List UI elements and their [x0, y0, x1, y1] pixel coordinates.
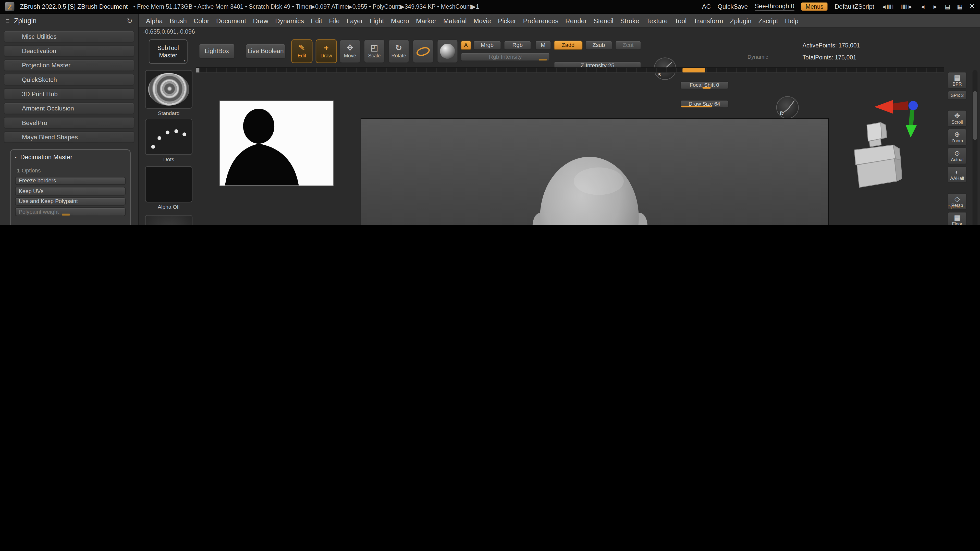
panel-icon[interactable]: ▦ — [957, 3, 963, 10]
menu-item[interactable]: Macro — [387, 14, 412, 27]
menu-item[interactable]: File — [326, 14, 343, 27]
menu-item[interactable]: Brush — [166, 14, 190, 27]
menu-item[interactable]: Alpha — [142, 14, 166, 27]
right-shelf-button[interactable]: ✥ Scroll — [948, 110, 967, 127]
right-shelf-label: Actual — [951, 157, 963, 162]
menu-item[interactable]: Material — [440, 14, 470, 27]
current-stroke-thumbnail[interactable] — [145, 119, 192, 155]
menu-item[interactable]: Document — [213, 14, 250, 27]
decimation-control[interactable]: 1-Options — [15, 166, 126, 175]
menu-item[interactable]: Light — [366, 14, 387, 27]
zplugin-item[interactable]: Projection Master — [4, 59, 135, 71]
menu-item[interactable]: Transform — [690, 14, 727, 27]
timeline-active-segment[interactable] — [682, 68, 705, 73]
cursor-coordinates: -0.635,0.691,-0.096 — [143, 28, 195, 35]
menus-toggle[interactable]: Menus — [801, 3, 828, 11]
zadd-toggle[interactable]: Zadd — [554, 41, 583, 50]
current-brush-thumbnail[interactable] — [145, 70, 192, 109]
rgb-toggle[interactable]: Rgb — [504, 41, 531, 50]
draw-button[interactable]: + Draw — [316, 39, 337, 63]
zscript-rewind-icon[interactable]: ◄‖‖‖ — [881, 3, 894, 10]
right-shelf-button[interactable]: ▤ BPR — [948, 72, 967, 89]
z-axis-dot — [908, 101, 918, 110]
menu-item[interactable]: Texture — [643, 14, 671, 27]
decimation-control[interactable]: Use and Keep Polypaint — [15, 197, 126, 206]
mrgb-toggle[interactable]: Mrgb — [473, 41, 501, 50]
lightbox-button[interactable]: LightBox — [199, 44, 235, 59]
menu-item[interactable]: Picker — [495, 14, 520, 27]
refresh-icon[interactable]: ↻ — [127, 17, 133, 25]
menu-item[interactable]: Dynamics — [272, 14, 307, 27]
menu-item[interactable]: Draw — [250, 14, 272, 27]
camera-orientation-gizmo[interactable] — [847, 94, 928, 197]
scale-button[interactable]: ◰ Scale — [364, 39, 385, 63]
stroke-type-button[interactable] — [412, 39, 434, 63]
right-shelf-button[interactable]: ⊙ Actual — [948, 148, 967, 164]
zplugin-item[interactable]: 3D Print Hub — [4, 88, 135, 100]
close-icon[interactable]: ✕ — [969, 3, 975, 11]
menu-item[interactable]: Color — [190, 14, 213, 27]
decimation-control[interactable]: Keep UVs — [15, 187, 126, 195]
menu-item[interactable]: Stroke — [617, 14, 643, 27]
prev-icon[interactable]: ◄ — [920, 3, 926, 10]
right-shelf-button[interactable]: ▦ Floor — [948, 212, 967, 225]
active-points-count: ActivePoints: 175,001 — [802, 42, 860, 49]
menu-item[interactable]: Preferences — [520, 14, 562, 27]
right-shelf-icon: ▦ — [954, 214, 960, 221]
menu-item[interactable]: Render — [562, 14, 590, 27]
m-toggle[interactable]: M — [535, 41, 551, 50]
right-shelf-icon: ✥ — [954, 112, 960, 119]
menu-item[interactable]: Stencil — [590, 14, 617, 27]
draw-label: Draw — [320, 53, 332, 59]
zsub-toggle[interactable]: Zsub — [585, 41, 612, 50]
menu-item[interactable]: Zplugin — [727, 14, 755, 27]
see-through-slider[interactable]: See-through 0 — [755, 3, 794, 11]
ac-button[interactable]: AC — [702, 3, 711, 10]
rgb-intensity-slider[interactable]: Rgb Intensity — [461, 52, 550, 61]
menu-item[interactable]: Edit — [307, 14, 326, 27]
zplugin-item[interactable]: Misc Utilities — [4, 30, 135, 43]
edit-button[interactable]: ✎ Edit — [291, 39, 312, 63]
stroke-name-label: Dots — [145, 156, 192, 162]
next-icon[interactable]: ► — [932, 3, 938, 10]
a-toggle[interactable]: A — [461, 41, 471, 50]
menu-item[interactable]: Help — [781, 14, 802, 27]
menu-item[interactable]: Movie — [470, 14, 495, 27]
right-shelf-label: BPR — [953, 81, 962, 87]
move-button[interactable]: ✥ Move — [339, 39, 361, 63]
panel-menu-icon[interactable]: ≡ — [6, 17, 10, 24]
zbrush-logo-icon[interactable]: Z — [5, 2, 14, 11]
right-shelf-button[interactable]: ⊕ Zoom — [948, 129, 967, 145]
document-viewport[interactable] — [361, 119, 828, 225]
zplugin-item[interactable]: BevelPro — [4, 117, 135, 129]
decimation-control[interactable]: Polypaint weight — [15, 207, 126, 216]
focal-shift-slider[interactable]: Focal Shift 0 — [680, 81, 729, 89]
print-icon[interactable]: ▤ — [945, 3, 950, 10]
decimation-control[interactable]: Freeze borders — [15, 176, 126, 185]
menu-item[interactable]: Layer — [343, 14, 366, 27]
subtool-master-button[interactable]: SubTool Master ▾ — [149, 39, 188, 64]
zplugin-item[interactable]: Deactivation — [4, 45, 135, 57]
right-scrollbar-thumb[interactable] — [973, 91, 977, 140]
zcut-toggle[interactable]: Zcut — [615, 41, 641, 50]
zscript-name[interactable]: DefaultZScript — [835, 3, 874, 10]
draw-size-slider[interactable]: Draw Size 64 — [680, 100, 729, 108]
current-texture-thumbnail[interactable] — [145, 215, 192, 225]
gradient-sphere-button[interactable] — [437, 39, 458, 63]
rotate-button[interactable]: ↻ Rotate — [388, 39, 409, 63]
depth-curve-widget[interactable]: D — [776, 96, 799, 119]
zplugin-item[interactable]: Ambient Occlusion — [4, 103, 135, 114]
zplugin-item[interactable]: QuickSketch — [4, 74, 135, 86]
document-timeline-strip[interactable] — [196, 67, 944, 73]
decimation-master-header[interactable]: ▪ Decimation Master — [15, 152, 126, 162]
menu-item[interactable]: Tool — [671, 14, 690, 27]
right-shelf-button[interactable]: ◐ AAHalf — [948, 166, 967, 183]
menu-item[interactable]: Marker — [413, 14, 440, 27]
menu-item[interactable]: Zscript — [755, 14, 781, 27]
current-alpha-thumbnail[interactable] — [145, 166, 192, 202]
quicksave-button[interactable]: QuickSave — [718, 3, 748, 10]
live-boolean-button[interactable]: Live Boolean — [245, 44, 286, 59]
zscript-forward-icon[interactable]: ‖‖‖► — [900, 3, 913, 10]
right-shelf-button[interactable]: SPix 3 — [948, 91, 967, 100]
zplugin-item[interactable]: Maya Blend Shapes — [4, 131, 135, 143]
